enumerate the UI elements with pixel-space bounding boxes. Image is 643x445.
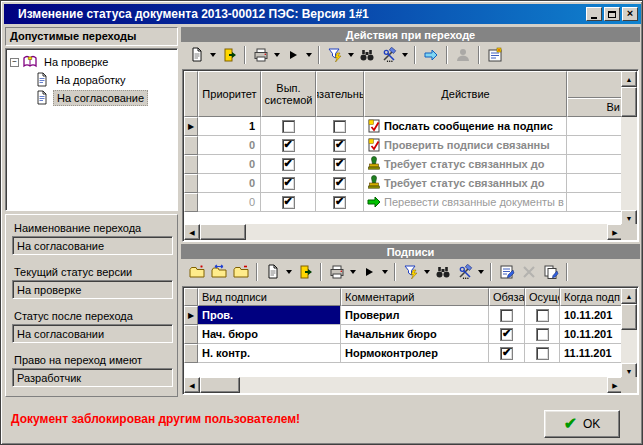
edit-signature-button[interactable] bbox=[496, 261, 518, 283]
collapse-icon[interactable]: − bbox=[10, 58, 19, 67]
minimize-button[interactable] bbox=[586, 7, 602, 21]
signatures-horizontal-scrollbar[interactable]: ◀ ▶ bbox=[184, 377, 623, 393]
toolbar-separator bbox=[566, 263, 568, 281]
signatures-grid[interactable]: Вид подписи Комментарий Обяза Осуще Когд… bbox=[182, 286, 639, 395]
column-header-extra[interactable]: Ви bbox=[567, 71, 623, 117]
signature-row[interactable]: ▶ Нач. бюро Начальник бюро 10.11.201 bbox=[184, 325, 637, 344]
scroll-left-button[interactable]: ◀ bbox=[184, 224, 200, 240]
exit-button[interactable] bbox=[294, 261, 316, 283]
move-signature-button[interactable] bbox=[208, 261, 230, 283]
tree-node-child[interactable]: На доработку bbox=[8, 71, 175, 89]
signatures-vertical-scrollbar[interactable]: ▲ ▼ bbox=[621, 288, 637, 379]
maximize-button[interactable] bbox=[604, 7, 620, 21]
required-checkbox[interactable] bbox=[333, 139, 346, 152]
done-checkbox[interactable] bbox=[536, 309, 549, 322]
run-dropdown[interactable] bbox=[304, 44, 314, 66]
toolbar-separator bbox=[256, 263, 258, 281]
action-row[interactable]: ▶ 0 Перевести связанные документы в bbox=[184, 193, 637, 212]
signature-type-cell[interactable]: Нач. бюро bbox=[198, 325, 341, 344]
filter-dropdown[interactable] bbox=[346, 44, 356, 66]
transitions-tree[interactable]: − На проверке На доработку На согласован… bbox=[5, 48, 178, 211]
signature-type-cell[interactable]: Н. контр. bbox=[198, 344, 341, 363]
tree-node-label[interactable]: На согласование bbox=[53, 90, 148, 106]
scroll-thumb[interactable] bbox=[200, 377, 240, 393]
mandatory-checkbox[interactable] bbox=[500, 328, 513, 341]
mandatory-checkbox[interactable] bbox=[500, 309, 513, 322]
column-header-comment[interactable]: Комментарий bbox=[341, 288, 489, 306]
column-header-priority[interactable]: Приоритет bbox=[198, 71, 261, 117]
tools-button[interactable] bbox=[454, 261, 476, 283]
required-checkbox[interactable] bbox=[333, 158, 346, 171]
run-button[interactable] bbox=[358, 261, 380, 283]
system-checkbox[interactable] bbox=[282, 158, 295, 171]
add-signature-button[interactable] bbox=[186, 261, 208, 283]
form-button[interactable] bbox=[484, 44, 506, 66]
column-header-action[interactable]: Действие bbox=[364, 71, 567, 117]
person-button[interactable] bbox=[452, 44, 474, 66]
column-header-type[interactable]: Вид подписи bbox=[198, 288, 341, 306]
delete-signature-button[interactable] bbox=[518, 261, 540, 283]
system-checkbox[interactable] bbox=[282, 120, 295, 133]
document-button[interactable] bbox=[186, 44, 208, 66]
remove-signature-button[interactable] bbox=[230, 261, 252, 283]
done-checkbox[interactable] bbox=[536, 328, 549, 341]
transition-info-panel: Наименование перехода На согласование Те… bbox=[5, 214, 178, 397]
column-header-done[interactable]: Осуще bbox=[525, 288, 560, 306]
filter-dropdown[interactable] bbox=[422, 261, 432, 283]
scroll-thumb[interactable] bbox=[200, 224, 246, 240]
actions-grid[interactable]: Приоритет Вып. системой язательны Действ… bbox=[182, 69, 639, 242]
signature-row[interactable]: ▶ Пров. Проверил 10.11.201 bbox=[184, 306, 637, 325]
transition-arrow-button[interactable] bbox=[420, 44, 442, 66]
tree-node-label[interactable]: На проверке bbox=[41, 55, 111, 69]
scroll-thumb[interactable] bbox=[621, 304, 637, 330]
action-row[interactable]: ▶ 1 Послать сообщение на подпис bbox=[184, 117, 637, 136]
print-button[interactable] bbox=[326, 261, 348, 283]
copy-signature-button[interactable] bbox=[540, 261, 562, 283]
tools-button[interactable] bbox=[378, 44, 400, 66]
system-checkbox[interactable] bbox=[282, 196, 295, 209]
close-button[interactable]: × bbox=[622, 7, 638, 21]
required-checkbox[interactable] bbox=[333, 196, 346, 209]
print-dropdown[interactable] bbox=[348, 261, 358, 283]
action-row[interactable]: ▶ 0 Требует статус связанных до bbox=[184, 174, 637, 193]
actions-horizontal-scrollbar[interactable]: ◀ ▶ bbox=[184, 224, 623, 240]
system-checkbox[interactable] bbox=[282, 177, 295, 190]
ok-button[interactable]: ✔ OK bbox=[544, 410, 620, 438]
find-button[interactable] bbox=[356, 44, 378, 66]
document-dropdown[interactable] bbox=[284, 261, 294, 283]
action-row[interactable]: ▶ 0 Требует статус связанных до bbox=[184, 155, 637, 174]
exit-button[interactable] bbox=[218, 44, 240, 66]
required-checkbox[interactable] bbox=[333, 120, 346, 133]
scroll-up-button[interactable]: ▲ bbox=[621, 288, 637, 304]
window-title: Изменение статуса документа 2013-00012 П… bbox=[4, 7, 586, 21]
filter-button[interactable] bbox=[400, 261, 422, 283]
column-header-required[interactable]: язательны bbox=[316, 71, 364, 117]
signature-row[interactable]: ▶ Н. контр. Нормоконтролер 11.11.201 bbox=[184, 344, 637, 363]
action-row[interactable]: ▶ 0 Проверить подписи связанны bbox=[184, 136, 637, 155]
actions-vertical-scrollbar[interactable]: ▲ ▼ bbox=[621, 71, 637, 226]
scroll-up-button[interactable]: ▲ bbox=[621, 71, 637, 87]
done-checkbox[interactable] bbox=[536, 347, 549, 360]
filter-button[interactable] bbox=[324, 44, 346, 66]
signature-type-cell[interactable]: Пров. bbox=[198, 306, 341, 325]
scroll-thumb[interactable] bbox=[621, 87, 637, 117]
tree-node-label[interactable]: На доработку bbox=[53, 73, 129, 87]
system-checkbox[interactable] bbox=[282, 139, 295, 152]
column-header-mandatory[interactable]: Обяза bbox=[489, 288, 525, 306]
scroll-left-button[interactable]: ◀ bbox=[184, 377, 200, 393]
tree-node-child[interactable]: На согласование bbox=[8, 89, 175, 107]
print-dropdown[interactable] bbox=[272, 44, 282, 66]
required-checkbox[interactable] bbox=[333, 177, 346, 190]
run-button[interactable] bbox=[282, 44, 304, 66]
document-dropdown[interactable] bbox=[208, 44, 218, 66]
run-dropdown[interactable] bbox=[380, 261, 390, 283]
find-button[interactable] bbox=[432, 261, 454, 283]
tree-node-root[interactable]: − На проверке bbox=[8, 53, 175, 71]
mandatory-checkbox[interactable] bbox=[500, 347, 513, 360]
column-header-system[interactable]: Вып. системой bbox=[261, 71, 316, 117]
tools-dropdown[interactable] bbox=[400, 44, 410, 66]
document-button[interactable] bbox=[262, 261, 284, 283]
tools-dropdown[interactable] bbox=[476, 261, 486, 283]
print-button[interactable] bbox=[250, 44, 272, 66]
column-header-date[interactable]: Когда подп bbox=[560, 288, 623, 306]
